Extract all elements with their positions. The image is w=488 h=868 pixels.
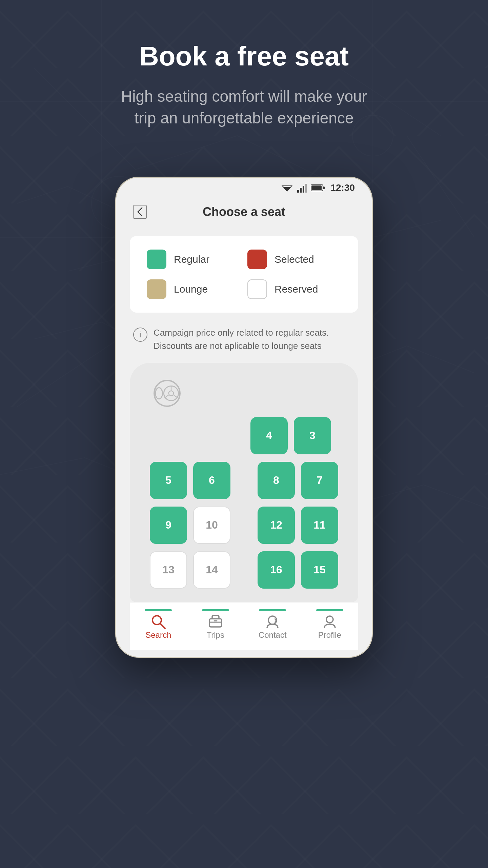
search-nav-wrapper: Search: [145, 609, 171, 640]
profile-nav-indicator: [316, 609, 343, 611]
left-group-3: 9 10: [150, 507, 230, 544]
seat-11[interactable]: 11: [301, 507, 338, 544]
svg-line-28: [165, 395, 169, 398]
lounge-label: Lounge: [174, 283, 208, 295]
battery-icon: [311, 184, 325, 192]
seats-grid: 4 3 5 6 8 7: [147, 417, 341, 589]
seat-4[interactable]: 4: [250, 417, 288, 454]
svg-rect-20: [303, 186, 304, 193]
profile-nav-label: Profile: [318, 630, 341, 640]
app-header: Choose a seat: [116, 198, 372, 229]
back-button[interactable]: [133, 205, 147, 219]
hero-title: Book a free seat: [108, 41, 380, 72]
search-nav-indicator: [145, 609, 172, 611]
info-icon: i: [133, 328, 147, 342]
seat-row-2: 5 6 8 7: [147, 462, 341, 499]
trips-nav-wrapper: Trips: [207, 609, 224, 640]
reserved-label: Reserved: [274, 283, 318, 295]
svg-line-31: [160, 624, 165, 628]
svg-rect-21: [305, 184, 307, 193]
info-message: Campaign price only related to regular s…: [154, 326, 355, 353]
svg-point-36: [326, 616, 333, 623]
search-nav-icon: [149, 613, 167, 630]
selected-color-swatch: [247, 250, 267, 269]
nav-trips[interactable]: Trips: [195, 609, 236, 640]
seat-16[interactable]: 16: [258, 551, 295, 589]
trips-nav-icon: [207, 613, 224, 630]
seat-map: 4 3 5 6 8 7: [130, 363, 358, 602]
seat-row-4: 13 14 16 15: [147, 551, 341, 589]
contact-nav-label: Contact: [259, 630, 287, 640]
status-icons: [281, 183, 325, 193]
svg-rect-19: [300, 188, 302, 193]
bottom-navigation: Search Tri: [130, 602, 358, 650]
svg-rect-32: [209, 619, 222, 627]
right-group-1: 4 3: [250, 417, 331, 454]
right-group-2: 8 7: [258, 462, 338, 499]
svg-line-7: [407, 136, 474, 237]
profile-nav-wrapper: Profile: [318, 609, 341, 640]
phone-mockup: 12:30 Choose a seat Regular Selecte: [115, 177, 373, 658]
svg-rect-23: [323, 186, 325, 189]
seat-12[interactable]: 12: [258, 507, 295, 544]
driver-area: [147, 376, 341, 417]
search-nav-label: Search: [145, 630, 171, 640]
wifi-icon: [281, 183, 293, 193]
seat-row-3: 9 10 12 11: [147, 507, 341, 544]
legend-lounge: Lounge: [147, 279, 241, 299]
steering-wheel-icon: [154, 380, 181, 407]
phone-screen: 12:30 Choose a seat Regular Selecte: [115, 177, 373, 658]
status-time: 12:30: [330, 182, 355, 193]
seat-10: 10: [193, 507, 230, 544]
app-content: Regular Selected Lounge Reserved i C: [116, 229, 372, 657]
seat-14: 14: [193, 551, 230, 589]
svg-rect-18: [297, 190, 299, 193]
legend-regular: Regular: [147, 250, 241, 269]
regular-label: Regular: [174, 254, 209, 265]
selected-label: Selected: [274, 254, 314, 265]
status-bar: 12:30: [116, 178, 372, 198]
hero-subtitle: High seating comfort will make your trip…: [108, 85, 380, 129]
svg-line-29: [174, 395, 178, 398]
legend-card: Regular Selected Lounge Reserved: [130, 236, 358, 313]
seat-6[interactable]: 6: [193, 462, 230, 499]
seat-15[interactable]: 15: [301, 551, 338, 589]
trips-nav-indicator: [202, 609, 229, 611]
legend-reserved: Reserved: [247, 279, 341, 299]
nav-profile[interactable]: Profile: [309, 609, 350, 640]
legend-selected: Selected: [247, 250, 341, 269]
profile-nav-icon: [321, 613, 339, 630]
nav-search[interactable]: Search: [138, 609, 179, 640]
svg-line-5: [17, 339, 119, 407]
seat-9[interactable]: 9: [150, 507, 187, 544]
svg-point-26: [169, 391, 174, 396]
svg-rect-24: [311, 185, 322, 190]
trips-nav-label: Trips: [207, 630, 224, 640]
left-group-4: 13 14: [150, 551, 230, 589]
seat-7[interactable]: 7: [301, 462, 338, 499]
lounge-color-swatch: [147, 279, 166, 299]
seat-13: 13: [150, 551, 187, 589]
contact-nav-indicator: [259, 609, 286, 611]
left-group-2: 5 6: [150, 462, 230, 499]
seat-3[interactable]: 3: [294, 417, 331, 454]
right-group-3: 12 11: [258, 507, 338, 544]
seat-5[interactable]: 5: [150, 462, 187, 499]
contact-nav-icon: [264, 613, 281, 630]
signal-icon: [297, 183, 307, 193]
reserved-color-swatch: [247, 279, 267, 299]
contact-nav-wrapper: Contact: [259, 609, 287, 640]
nav-contact[interactable]: Contact: [252, 609, 293, 640]
screen-title: Choose a seat: [203, 205, 285, 219]
regular-color-swatch: [147, 250, 166, 269]
right-group-4: 16 15: [258, 551, 338, 589]
svg-marker-16: [284, 187, 290, 191]
hero-section: Book a free seat High seating comfort wi…: [81, 0, 407, 156]
info-section: i Campaign price only related to regular…: [130, 323, 358, 363]
seat-8[interactable]: 8: [258, 462, 295, 499]
seat-row-1: 4 3: [147, 417, 341, 454]
